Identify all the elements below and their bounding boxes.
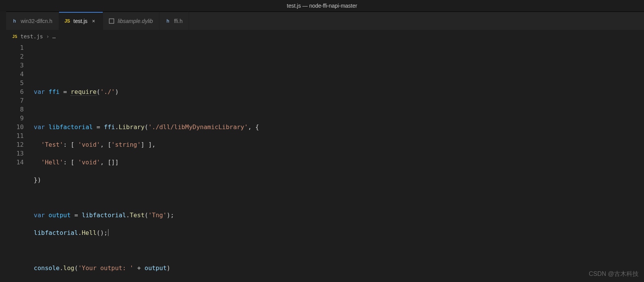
svg-rect-0 [109, 19, 114, 23]
header-file-icon: h [165, 18, 171, 24]
code-editor[interactable]: 1 2 3 4 5 6 7 8 9 10 11 12 13 14 var ffi… [6, 43, 644, 282]
header-file-icon: h [12, 18, 18, 24]
code-content[interactable]: var ffi = require('./') var libfactorial… [34, 43, 644, 282]
library-file-icon [108, 18, 115, 24]
activity-bar [0, 11, 6, 282]
tab-label: ffi.h [174, 18, 182, 24]
watermark: CSDN @古木科技 [589, 270, 639, 278]
tab-label: libsample.dylib [118, 18, 153, 24]
js-file-icon: JS [12, 34, 17, 39]
breadcrumb-separator-icon: › [46, 33, 49, 39]
js-file-icon: JS [64, 18, 71, 24]
line-number-gutter: 1 2 3 4 5 6 7 8 9 10 11 12 13 14 [6, 43, 34, 282]
tab-libsample[interactable]: libsample.dylib [103, 12, 159, 30]
breadcrumb-more: … [53, 33, 56, 39]
window-title: test.js — node-ffi-napi-master [0, 0, 644, 11]
tab-test-js[interactable]: JS test.js × [59, 12, 104, 30]
text-cursor [108, 229, 108, 236]
tab-win32-dlfcn[interactable]: h win32-dlfcn.h [6, 12, 59, 30]
editor-tabs: h win32-dlfcn.h JS test.js × libsample.d… [6, 12, 644, 30]
breadcrumb[interactable]: JS test.js › … [6, 30, 644, 43]
breadcrumb-file: test.js [20, 33, 43, 39]
tab-label: win32-dlfcn.h [21, 18, 53, 24]
tab-label: test.js [74, 18, 88, 24]
close-icon[interactable]: × [90, 18, 97, 24]
tab-ffi-h[interactable]: h ffi.h [159, 12, 189, 30]
